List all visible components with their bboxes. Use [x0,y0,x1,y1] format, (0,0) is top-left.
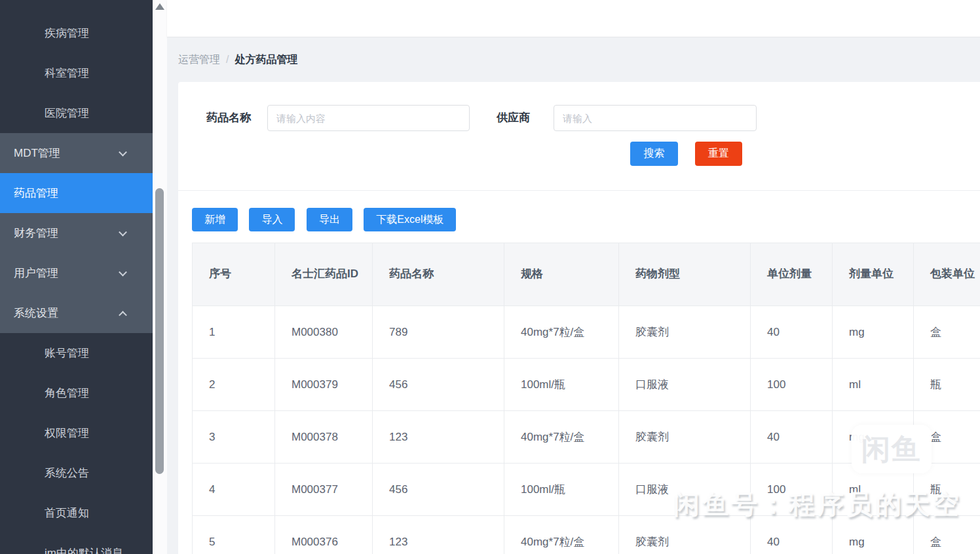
sidebar-submenu-item[interactable]: 科室管理 [0,53,153,93]
sidebar-item-label: MDT管理 [14,147,60,159]
table-cell: 40mg*7粒/盒 [504,411,619,464]
download-template-button[interactable]: 下载Excel模板 [364,208,456,231]
table-cell: 胶囊剂 [619,306,751,359]
export-button[interactable]: 导出 [307,208,352,231]
table-cell: M000378 [275,411,373,464]
table-header-cell: 剂量单位 [833,243,914,306]
table-cell: 100ml/瓶 [504,359,619,411]
scrollbar-thumb[interactable] [155,188,164,474]
sidebar-submenu-item[interactable]: 医院管理 [0,93,153,133]
table-cell: 123 [373,516,504,554]
content-area: 运营管理/处方药品管理 药品名称 供应商 搜索 重置 新增 导入 导出 下载Ex… [167,37,980,554]
chevron-down-icon [119,228,127,236]
watermark-logo-text: 闲鱼 [861,433,922,465]
sidebar-submenu-bottom: 账号管理角色管理权限管理系统公告首页通知im中的默认消息 [0,333,153,554]
sidebar-item[interactable]: 用户管理 [0,253,153,293]
table-cell: M000377 [275,464,373,516]
drug-name-input[interactable] [267,105,470,131]
table-cell: 456 [373,359,504,411]
section-divider [178,190,980,191]
drug-name-label: 药品名称 [206,105,251,131]
sidebar-submenu-item[interactable]: 首页通知 [0,493,153,533]
toolbar: 新增 导入 导出 下载Excel模板 [192,208,464,231]
supplier-label: 供应商 [497,105,530,131]
chevron-up-icon [119,311,127,319]
table-cell: 4 [193,464,275,516]
watermark-logo: 闲鱼 [852,425,932,473]
sidebar-submenu-item[interactable]: 疾病管理 [0,13,153,53]
chevron-down-icon [119,148,127,156]
table-cell: 100ml/瓶 [504,464,619,516]
sidebar-submenu-item[interactable]: 账号管理 [0,333,153,373]
table-cell: mg [833,306,914,359]
table-header-cell: 药品名称 [373,243,504,306]
table-header-cell: 序号 [193,243,275,306]
table-cell: 40mg*7粒/盒 [504,306,619,359]
add-button[interactable]: 新增 [192,208,238,231]
table-cell: 胶囊剂 [619,411,751,464]
sidebar-item[interactable]: MDT管理 [0,133,153,173]
sidebar-submenu-item[interactable]: im中的默认消息 [0,533,153,554]
table-cell: 3 [193,411,275,464]
table-cell: M000379 [275,359,373,411]
table-cell: M000376 [275,516,373,554]
table-cell: 瓶 [914,359,980,411]
chevron-down-icon [119,267,127,276]
table-header-cell: 包装单位 [914,243,980,306]
breadcrumb-separator: / [226,54,229,65]
table-cell: 2 [193,359,275,411]
table-cell: 789 [373,306,504,359]
table-cell: 40 [751,306,833,359]
sidebar-submenu-item[interactable]: 角色管理 [0,373,153,413]
sidebar-main-items: MDT管理药品管理财务管理用户管理系统设置 [0,133,153,333]
supplier-input[interactable] [554,105,757,131]
drug-table-header-row: 序号名士汇药品ID药品名称规格药物剂型单位剂量剂量单位包装单位 [193,243,980,306]
import-button[interactable]: 导入 [249,208,295,231]
table-header-cell: 规格 [504,243,619,306]
sidebar-item[interactable]: 财务管理 [0,213,153,253]
app-root: 疾病管理科室管理医院管理 MDT管理药品管理财务管理用户管理系统设置 账号管理角… [0,0,980,554]
scroll-up-arrow-icon[interactable] [155,3,164,10]
table-cell: 40mg*7粒/盒 [504,516,619,554]
table-cell: 1 [193,306,275,359]
table-cell: 456 [373,464,504,516]
breadcrumb-parent[interactable]: 运营管理 [178,54,220,65]
table-cell: 40 [751,411,833,464]
main-card: 药品名称 供应商 搜索 重置 新增 导入 导出 下载Excel模板 [178,82,980,554]
sidebar-item[interactable]: 药品管理 [0,173,153,213]
table-cell: 5 [193,516,275,554]
table-header-cell: 名士汇药品ID [275,243,373,306]
sidebar: 疾病管理科室管理医院管理 MDT管理药品管理财务管理用户管理系统设置 账号管理角… [0,0,153,554]
reset-button[interactable]: 重置 [695,142,742,166]
search-button[interactable]: 搜索 [630,142,678,166]
sidebar-scrollbar[interactable] [153,0,167,554]
table-cell: 盒 [914,306,980,359]
watermark-text: 闲鱼号：程序员的天空 [673,486,962,523]
table-cell: 100 [751,359,833,411]
sidebar-submenu-top: 疾病管理科室管理医院管理 [0,0,153,133]
table-cell: 123 [373,411,504,464]
sidebar-item-label: 药品管理 [14,187,58,199]
topbar [167,0,980,37]
breadcrumb-current: 处方药品管理 [235,54,297,65]
sidebar-submenu-item[interactable]: 权限管理 [0,413,153,453]
table-row: 1M00038078940mg*7粒/盒胶囊剂40mg盒 [193,306,980,359]
table-cell: ml [833,359,914,411]
table-row: 2M000379456100ml/瓶口服液100ml瓶 [193,359,980,411]
sidebar-item[interactable]: 系统设置 [0,293,153,333]
breadcrumb: 运营管理/处方药品管理 [178,53,297,67]
table-cell: 口服液 [619,359,751,411]
table-cell: M000380 [275,306,373,359]
sidebar-item-label: 用户管理 [14,267,58,279]
sidebar-item-label: 系统设置 [14,307,58,319]
sidebar-item-label: 财务管理 [14,227,58,239]
sidebar-submenu-item[interactable]: 系统公告 [0,453,153,493]
table-header-cell: 单位剂量 [751,243,833,306]
table-header-cell: 药物剂型 [619,243,751,306]
